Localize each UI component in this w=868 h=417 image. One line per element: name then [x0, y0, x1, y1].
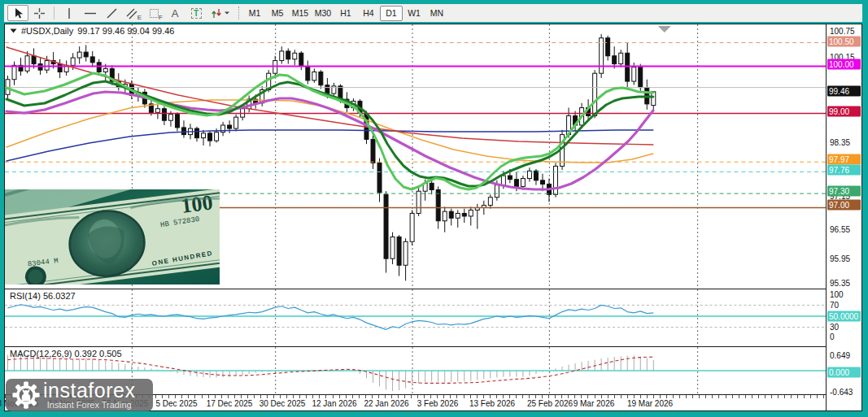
- axis-tick-label: -0.643: [830, 388, 853, 397]
- timeframe-m30-button[interactable]: M30: [312, 6, 334, 21]
- axis-tick-label: 95.95: [830, 254, 850, 263]
- candle-up: [12, 65, 16, 79]
- timeframe-m5-button[interactable]: M5: [266, 6, 289, 21]
- candle-down: [175, 115, 179, 128]
- toolbar: E F A T M1 M5 M15 M30 H1 H4 D1 W1 MN: [4, 4, 862, 22]
- candle-up: [488, 198, 492, 206]
- tool-arrows-button[interactable]: [207, 5, 234, 21]
- candle-down: [97, 63, 101, 72]
- candle-up: [495, 185, 499, 198]
- brand-tagline: Instant Forex Trading: [47, 401, 132, 410]
- tool-equidistant-channel-button[interactable]: E: [122, 5, 143, 21]
- timeframe-h4-button[interactable]: H4: [357, 6, 380, 21]
- price-axis[interactable]: 100.75100.1598.3597.1596.5595.9595.35100…: [826, 24, 861, 410]
- text-icon: A: [172, 7, 179, 20]
- horizontal-line-icon: [84, 7, 97, 20]
- candle-down: [508, 176, 512, 180]
- timeframe-m15-button[interactable]: M15: [289, 6, 312, 21]
- fibonacci-icon: [150, 9, 159, 18]
- axis-tick-label: 30: [830, 323, 839, 332]
- axis-tick-label: 96.55: [830, 225, 850, 234]
- candle-down: [208, 133, 212, 141]
- price-chart-panel[interactable]: #USDX,Daily 99.17 99.46 99.04 99.46: [5, 24, 826, 289]
- chart-shift-marker[interactable]: [658, 26, 671, 33]
- axis-tick-label: 100.75: [830, 27, 855, 36]
- tool-fibonacci-button[interactable]: F: [143, 5, 164, 21]
- candle-down: [534, 171, 538, 180]
- candle-down: [397, 237, 401, 265]
- text-label-icon: T: [191, 8, 202, 19]
- timeframe-d1-button[interactable]: D1: [380, 6, 403, 21]
- candle-up: [202, 133, 206, 138]
- candle-down: [162, 109, 166, 121]
- axis-tick-label: 70: [830, 301, 839, 310]
- trading-terminal-window: E F A T M1 M5 M15 M30 H1 H4 D1 W1 MN: [0, 0, 868, 417]
- candle-up: [45, 61, 49, 71]
- tool-cursor-button[interactable]: [7, 5, 28, 21]
- tool-horizontal-line-button[interactable]: [80, 5, 101, 21]
- candle-down: [32, 56, 36, 64]
- rsi-line: [7, 305, 653, 330]
- vertical-line-icon: [63, 7, 75, 20]
- candle-up: [554, 166, 558, 194]
- tool-crosshair-button[interactable]: [28, 5, 50, 21]
- candle-up: [469, 210, 473, 216]
- candle-up: [521, 179, 525, 187]
- candle-down: [90, 57, 94, 63]
- date-label: 22 Jan 2026: [364, 399, 408, 408]
- candle-up: [619, 53, 623, 63]
- candle-down: [384, 194, 388, 258]
- candle-up: [71, 58, 75, 65]
- axis-price-badge: 97.30: [827, 186, 861, 197]
- candle-down: [430, 183, 434, 189]
- symbol-dropdown-icon[interactable]: [10, 28, 17, 33]
- candle-up: [632, 67, 636, 81]
- candle-down: [436, 189, 440, 220]
- candle-down: [319, 72, 323, 85]
- timeframe-mn-button[interactable]: MN: [425, 6, 448, 21]
- timeframe-m1-button[interactable]: M1: [243, 6, 266, 21]
- candle-down: [286, 51, 290, 59]
- candle-up: [168, 115, 172, 121]
- candle-down: [181, 128, 185, 135]
- candle-down: [613, 56, 617, 64]
- timeframe-w1-button[interactable]: W1: [403, 6, 425, 21]
- date-label: 9 Mar 2026: [574, 399, 615, 408]
- candle-down: [195, 128, 199, 138]
- candle-up: [280, 51, 284, 61]
- date-label: 19 Mar 2026: [627, 399, 673, 408]
- macd-label: MACD(12,26,9) 0.392 0.505: [10, 349, 122, 358]
- cursor-icon: [13, 7, 24, 20]
- chevron-down-icon: [224, 11, 230, 15]
- candle-down: [540, 180, 544, 185]
- tool-vertical-line-button[interactable]: [59, 5, 80, 21]
- trend-line-icon: [106, 7, 118, 20]
- candle-up: [417, 191, 421, 213]
- candle-up: [501, 176, 505, 185]
- candle-up: [293, 53, 297, 59]
- candle-up: [403, 241, 408, 265]
- candle-up: [390, 237, 395, 258]
- candle-down: [626, 53, 630, 81]
- dollar-bill-image: 83044 M HB 572830 100 ONE HUNDRED: [5, 189, 220, 285]
- bill-denomination: 100: [180, 190, 214, 218]
- candle-up: [443, 211, 447, 221]
- chart-workspace: #USDX,Daily 99.17 99.46 99.04 99.46: [4, 24, 862, 411]
- instaforex-watermark: instaforex Instant Forex Trading: [6, 379, 153, 411]
- axis-tick-label: 98.35: [830, 138, 850, 147]
- axis-price-badge: 0.000: [827, 367, 861, 378]
- channel-letter: E: [137, 14, 142, 21]
- candle-down: [299, 53, 303, 66]
- axis-price-badge: 97.97: [827, 154, 861, 165]
- tool-text-label-button[interactable]: T: [185, 5, 207, 21]
- tool-trend-line-button[interactable]: [101, 5, 122, 21]
- axis-price-badge: 100.50: [827, 37, 861, 47]
- candle-down: [377, 163, 382, 193]
- candle-up: [25, 56, 29, 72]
- timeframe-h1-button[interactable]: H1: [334, 6, 357, 21]
- toolbar-separator: [54, 7, 55, 20]
- axis-price-badge: 50.0000: [827, 311, 861, 322]
- rsi-label: RSI(14) 56.0327: [10, 291, 76, 301]
- tool-text-button[interactable]: A: [164, 5, 185, 21]
- rsi-panel[interactable]: RSI(14) 56.0327: [5, 289, 826, 346]
